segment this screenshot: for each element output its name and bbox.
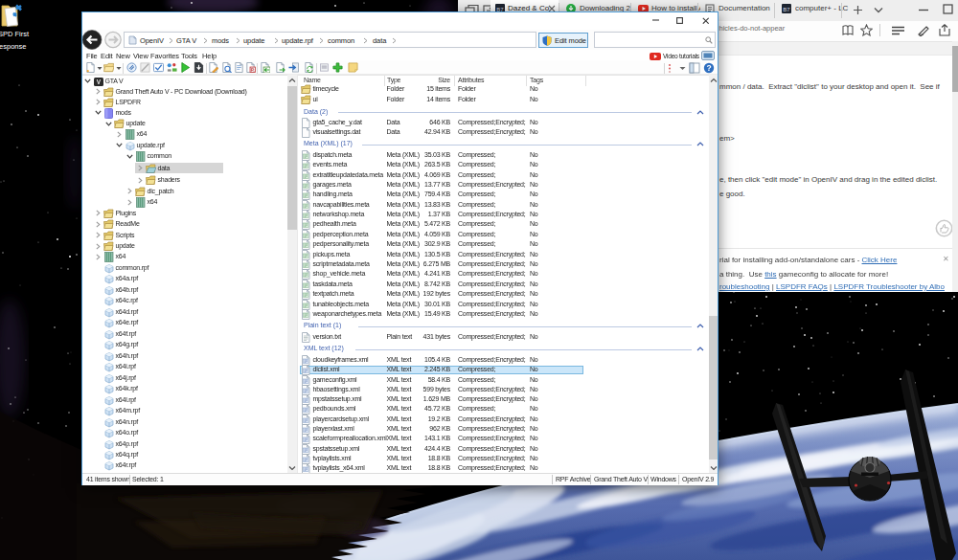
- svg-text:?: ?: [706, 63, 711, 73]
- svg-text:V: V: [97, 78, 102, 85]
- svg-text:B7: B7: [783, 7, 790, 12]
